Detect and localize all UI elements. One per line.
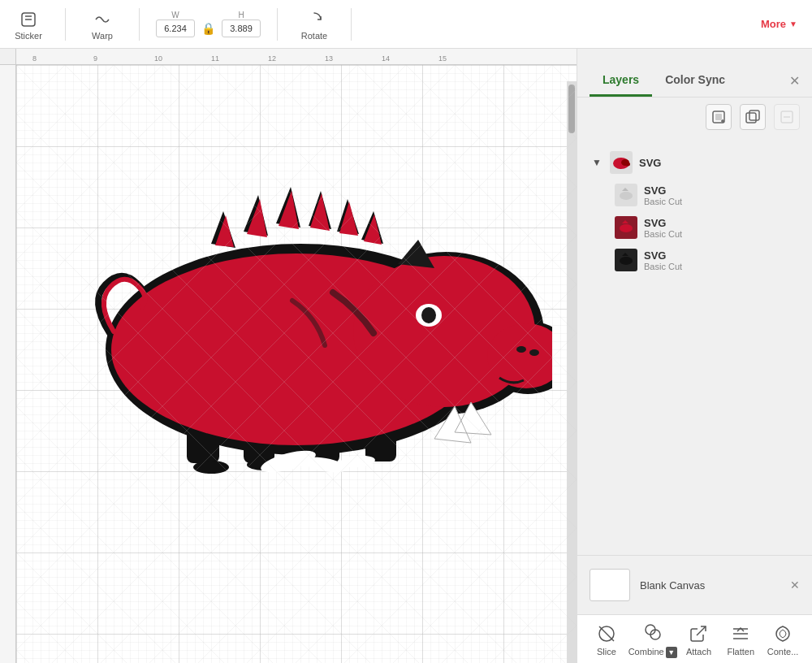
tab-color-sync[interactable]: Color Sync [652,67,738,97]
more-arrow-icon: ▼ [789,20,797,28]
svg-marker-53 [622,220,628,223]
height-input[interactable] [222,20,261,37]
layer-info-3: SVG Basic Cut [644,249,682,271]
ruler-tick-10: 10 [154,54,162,63]
warp-label: Warp [92,31,113,41]
layer-row-root[interactable]: ▼ SVG [585,146,804,179]
canvas-area[interactable]: 8 9 10 11 12 13 14 15 [0,49,577,663]
sticker-label: Sticker [15,31,42,41]
expand-arrow-icon: ▼ [592,157,603,168]
h-label: H [238,11,244,20]
more-label: More [761,18,786,30]
ruler-horizontal: 8 9 10 11 12 13 14 15 [16,49,577,65]
svg-marker-51 [622,188,628,191]
svg-point-34 [516,346,526,353]
size-group: W 🔒 H [156,11,261,37]
width-field[interactable]: W [156,11,195,37]
sep2 [139,8,140,41]
width-input[interactable] [156,20,195,37]
slice-label: Slice [597,647,616,656]
combine-tool[interactable]: Combine ▼ [628,621,677,658]
layer-info-root: SVG [639,157,661,169]
sep1 [65,8,66,41]
sublayer-row-3[interactable]: SVG Basic Cut [585,244,804,276]
slice-icon [595,622,618,645]
rotate-label: Rotate [301,31,327,41]
ruler-vertical [0,49,16,663]
sublayer-row-2[interactable]: SVG Basic Cut [585,211,804,244]
svg-point-52 [620,224,633,232]
height-field[interactable]: H [222,11,261,37]
blank-canvas-section: Blank Canvas ✕ [577,555,812,614]
vertical-scrollbar[interactable] [567,81,577,663]
combine-icon [641,621,664,644]
contour-icon [771,622,794,645]
flatten-tool[interactable]: Flatten [720,622,761,656]
rotate-icon [303,8,326,31]
svg-rect-44 [749,110,759,120]
ruler-corner [0,49,16,65]
tab-layers[interactable]: Layers [590,67,652,97]
rotate-tool[interactable]: Rotate [294,8,335,41]
svg-line-60 [697,626,706,635]
layer-thumb-3 [615,249,637,271]
layer-type-1: Basic Cut [644,197,682,206]
layer-thumb-2 [615,216,637,239]
ruler-tick-15: 15 [438,54,447,63]
combine-label: Combine [628,647,664,656]
boar-image-container [49,162,552,488]
panel-close-icon[interactable]: ✕ [789,73,800,97]
svg-point-35 [529,349,539,356]
blank-canvas-close-icon[interactable]: ✕ [790,578,800,592]
w-label: W [171,11,179,20]
svg-marker-24 [310,193,330,231]
panel-tabs: Layers Color Sync ✕ [577,49,812,98]
blank-canvas-label: Blank Canvas [640,579,705,592]
layer-thumb-1 [615,184,637,206]
svg-point-16 [193,461,229,474]
combine-arrow-icon: ▼ [666,647,677,658]
flatten-icon [729,622,752,645]
sticker-icon [17,8,40,31]
sticker-tool[interactable]: Sticker [8,8,49,41]
blank-canvas-row: Blank Canvas ✕ [590,564,800,606]
svg-marker-55 [622,253,628,256]
ruler-tick-8: 8 [32,54,37,63]
sublayer-row-1[interactable]: SVG Basic Cut [585,179,804,211]
svg-point-49 [625,162,630,167]
sep3 [277,8,278,41]
layer-name-2: SVG [644,217,682,229]
more-button[interactable]: More ▼ [754,15,804,33]
sep4 [351,8,352,41]
lock-icon[interactable]: 🔒 [201,22,215,35]
layer-add-icon[interactable] [706,104,732,130]
layer-delete-icon[interactable] [774,104,800,130]
slice-tool[interactable]: Slice [586,622,627,656]
ruler-tick-11: 11 [211,54,219,63]
layer-info-2: SVG Basic Cut [644,217,682,239]
layer-duplicate-icon[interactable] [740,104,766,130]
boar-svg [49,171,552,479]
layer-type-3: Basic Cut [644,262,682,271]
ruler-tick-12: 12 [268,54,276,63]
contour-tool[interactable]: Conte... [762,622,803,656]
ruler-tick-9: 9 [93,54,97,63]
layer-actions [577,98,812,136]
warp-icon [91,8,114,31]
svg-rect-40 [715,114,722,120]
attach-tool[interactable]: Attach [678,622,719,656]
layer-name-1: SVG [644,184,682,197]
combine-dropdown[interactable]: Combine ▼ [628,645,677,658]
scrollbar-thumb[interactable] [568,84,575,133]
attach-icon [687,622,710,645]
flatten-label: Flatten [727,647,754,656]
warp-tool[interactable]: Warp [82,8,123,41]
layer-thumb-root [610,151,633,174]
layer-name-root: SVG [639,157,661,169]
ruler-tick-13: 13 [325,54,333,63]
svg-point-54 [620,257,633,265]
layer-name-3: SVG [644,249,682,262]
layer-type-2: Basic Cut [644,229,682,239]
main-content: 8 9 10 11 12 13 14 15 [0,49,812,663]
right-panel: Layers Color Sync ✕ ▼ [577,49,812,663]
